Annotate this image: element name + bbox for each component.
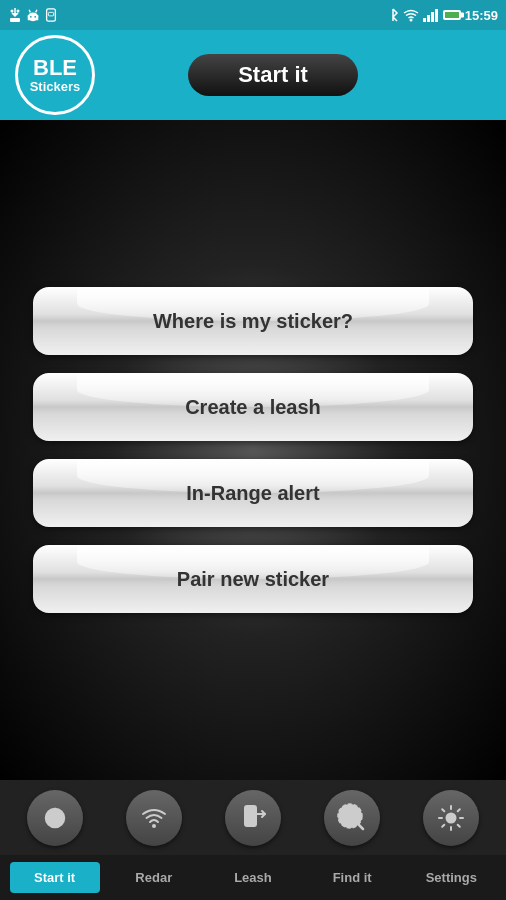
sim-icon [44,7,58,23]
bottom-navigation: Start itRedarLeashFind itSettings [0,780,506,900]
svg-point-19 [152,824,156,828]
nav-label-find-it[interactable]: Find it [307,862,397,893]
svg-point-6 [30,16,32,18]
svg-rect-11 [48,12,53,16]
nav-label-radar[interactable]: Redar [109,862,199,893]
signal-icon [423,8,439,22]
in-range-alert-label: In-Range alert [186,482,319,505]
gear-nav-icon [423,790,479,846]
svg-point-21 [249,823,251,825]
usb-icon [8,7,22,23]
svg-point-26 [447,813,456,822]
where-sticker-label: Where is my sticker? [153,310,353,333]
nav-label-settings[interactable]: Settings [406,862,496,893]
svg-line-8 [29,10,30,13]
nav-label-leash[interactable]: Leash [208,862,298,893]
in-range-alert-button[interactable]: In-Range alert [33,459,473,527]
svg-line-9 [36,10,37,13]
status-icons-right: 15:59 [387,7,498,23]
power-nav-icon [27,790,83,846]
header-title: Start it [238,62,308,87]
nav-item-settings[interactable] [406,790,496,846]
main-content: Where is my sticker?Create a leashIn-Ran… [0,120,506,780]
nav-item-radar[interactable] [109,790,199,846]
svg-rect-16 [435,9,438,22]
svg-point-7 [34,16,36,18]
svg-point-25 [338,804,362,828]
svg-rect-5 [28,15,39,20]
nav-item-leash[interactable] [208,790,298,846]
svg-point-3 [17,10,20,13]
app-logo: BLE Stickers [15,35,95,115]
wifi-status-icon [403,8,419,22]
battery-icon [443,10,461,20]
header-title-pill: Start it [188,54,358,96]
phone-link-nav-icon [225,790,281,846]
app-header: BLE Stickers Start it [0,30,506,120]
logo-ble-text: BLE [33,56,77,80]
nav-icons-row [0,780,506,855]
pair-sticker-button[interactable]: Pair new sticker [33,545,473,613]
nav-item-find-it[interactable] [307,790,397,846]
pair-sticker-label: Pair new sticker [177,568,329,591]
wifi-nav-icon [126,790,182,846]
svg-rect-0 [10,18,20,22]
status-bar: 15:59 [0,0,506,30]
svg-rect-13 [423,18,426,22]
create-leash-button[interactable]: Create a leash [33,373,473,441]
create-leash-label: Create a leash [185,396,321,419]
search-magnifier-nav-icon [324,790,380,846]
svg-rect-15 [431,12,434,22]
nav-labels-row: Start itRedarLeashFind itSettings [0,855,506,900]
nav-item-start-it[interactable] [10,790,100,846]
android-icon [26,7,40,23]
svg-point-12 [409,19,412,22]
svg-rect-14 [427,15,430,22]
svg-point-2 [11,10,14,13]
nav-label-start-it[interactable]: Start it [10,862,100,893]
status-time: 15:59 [465,8,498,23]
header-title-container: Start it [55,54,491,96]
where-sticker-button[interactable]: Where is my sticker? [33,287,473,355]
bluetooth-status-icon [387,7,399,23]
logo-stickers-text: Stickers [30,80,81,94]
status-icons-left [8,7,58,23]
